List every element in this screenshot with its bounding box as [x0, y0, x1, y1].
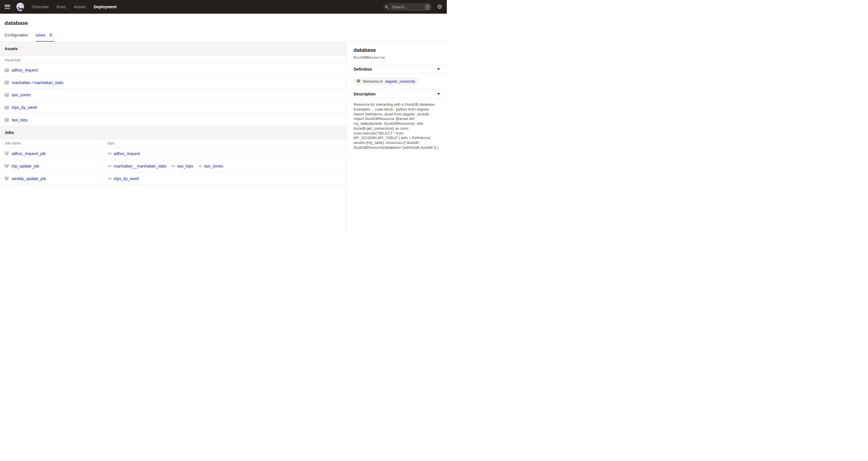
search-icon: [383, 3, 391, 11]
description-section-toggle[interactable]: Description: [347, 89, 447, 98]
asset-link[interactable]: adhoc_request: [12, 68, 38, 72]
asset-link[interactable]: taxi_zones: [12, 93, 31, 97]
asset-row: taxi_zones: [0, 89, 346, 101]
resource-detail-panel: database DuckDBResource Definition Resou…: [347, 41, 447, 234]
job-row: trip_update_job manhattan__manhattan_sta…: [0, 160, 346, 173]
top-nav-bar: Overview Runs Assets Deployment / ⚙: [0, 0, 447, 14]
asset-link[interactable]: manhattan / manhattan_stats: [12, 80, 63, 85]
code-location-link[interactable]: dagster_university: [385, 79, 415, 84]
asset-link[interactable]: taxi_trips: [12, 118, 28, 122]
ops-column-header: Ops: [103, 139, 119, 147]
resource-title: database: [354, 47, 440, 53]
job-row: adhoc_request_job adhoc_request: [0, 148, 346, 160]
definition-section-body: Resource in dagster_university: [347, 73, 447, 89]
primary-nav: Overview Runs Assets Deployment: [32, 5, 117, 9]
job-icon: [5, 164, 9, 168]
resource-description: Resource for interacting with a DuckDB d…: [354, 102, 440, 150]
search-box[interactable]: /: [383, 3, 432, 11]
op-icon: [171, 165, 176, 167]
table-icon: [5, 93, 9, 97]
asset-row: trips_by_week: [0, 101, 346, 114]
definition-section-toggle[interactable]: Definition: [347, 65, 447, 73]
search-input[interactable]: [391, 5, 425, 9]
hamburger-menu-icon[interactable]: [5, 5, 10, 9]
job-name-column-header: Job name: [0, 139, 103, 147]
nav-item-runs[interactable]: Runs: [56, 5, 66, 9]
jobs-section-header: Jobs: [0, 126, 346, 139]
op-icon: [198, 165, 202, 167]
tab-uses[interactable]: Uses 8: [36, 32, 54, 41]
chevron-down-icon: [437, 93, 440, 95]
table-icon: [5, 81, 9, 84]
nav-item-deployment[interactable]: Deployment: [94, 5, 117, 9]
op-icon: [107, 165, 112, 167]
assets-section-header: Assets: [0, 41, 346, 56]
op-link[interactable]: adhoc_request: [114, 151, 140, 156]
job-icon: [5, 152, 9, 156]
asset-key-column-header: Asset key: [0, 56, 25, 64]
tab-bar: Configuration Uses 8: [0, 32, 447, 41]
job-link[interactable]: adhoc_request_job: [12, 151, 45, 156]
jobs-table-header: Job name Ops: [0, 139, 346, 148]
dagster-logo-icon[interactable]: [16, 2, 25, 12]
resource-type: DuckDBResource: [354, 55, 440, 60]
uses-count-badge: 8: [48, 32, 54, 38]
layers-icon: [356, 79, 361, 84]
op-link[interactable]: trips_by_week: [114, 176, 140, 181]
op-icon: [107, 178, 112, 180]
op-icon: [107, 152, 112, 155]
table-icon: [5, 106, 9, 110]
table-icon: [5, 68, 9, 72]
nav-item-assets[interactable]: Assets: [74, 5, 86, 9]
op-link[interactable]: manhattan__manhattan_stats: [114, 164, 166, 168]
tab-configuration[interactable]: Configuration: [5, 32, 28, 41]
resource-location-badge: Resource in dagster_university: [354, 78, 418, 85]
search-shortcut-key: /: [425, 4, 430, 10]
asset-row: adhoc_request: [0, 64, 346, 76]
assets-table-header: Asset key: [0, 56, 346, 64]
job-icon: [5, 177, 9, 181]
asset-row: taxi_trips: [0, 114, 346, 126]
job-row: weekly_update_job trips_by_week: [0, 173, 346, 185]
job-link[interactable]: trip_update_job: [12, 164, 39, 168]
table-icon: [5, 118, 9, 122]
chevron-down-icon: [437, 68, 440, 70]
job-link[interactable]: weekly_update_job: [12, 176, 46, 181]
nav-item-overview[interactable]: Overview: [32, 5, 49, 9]
settings-gear-icon[interactable]: ⚙: [437, 4, 442, 10]
uses-content: Assets Asset key adhoc_request manhatt: [0, 41, 347, 234]
op-link[interactable]: taxi_zones: [204, 164, 223, 168]
op-link[interactable]: taxi_trips: [177, 164, 193, 168]
asset-row: manhattan / manhattan_stats: [0, 76, 346, 89]
page-title: database: [5, 20, 442, 26]
asset-link[interactable]: trips_by_week: [12, 105, 37, 110]
